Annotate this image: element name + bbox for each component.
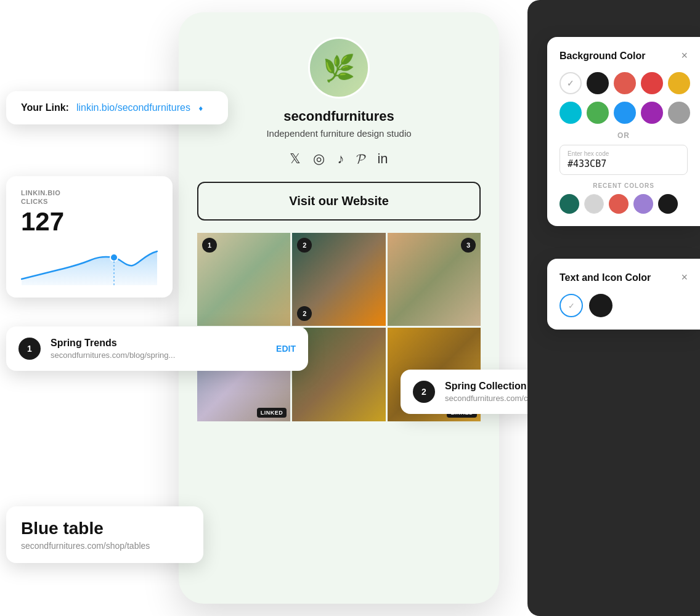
twitter-icon[interactable]: 𝕏	[290, 151, 301, 167]
text-icon-panel-header: Text and Icon Color ×	[560, 271, 688, 284]
profile-name: secondfurnitures	[283, 108, 394, 124]
color-swatch-cyan[interactable]	[560, 102, 582, 124]
pinterest-icon[interactable]: 𝓟	[356, 151, 365, 167]
color-swatch-black[interactable]	[587, 72, 609, 94]
profile-bio: Independent furniture design studio	[266, 128, 411, 139]
text-icon-panel-close[interactable]: ×	[681, 271, 688, 284]
blue-table-url: secondfurnitures.com/shop/tables	[21, 541, 189, 551]
blue-table-title: Blue table	[21, 519, 189, 538]
spring-trends-card: 1 Spring Trends secondfurnitures.com/blo…	[6, 326, 308, 371]
linkedin-icon[interactable]: in	[377, 151, 388, 167]
color-swatch-gray[interactable]	[668, 102, 690, 124]
hex-value: #433CB7	[568, 158, 680, 169]
social-icons: 𝕏 ◎ ♪ 𝓟 in	[290, 151, 388, 167]
text-color-black[interactable]	[589, 294, 612, 317]
your-link-label: Your Link:	[21, 102, 69, 113]
text-color-white[interactable]: ✓	[560, 294, 583, 317]
text-icon-swatches: ✓	[560, 294, 688, 317]
recent-color-1[interactable]	[560, 194, 579, 214]
card-url-spring-trends: secondfurnitures.com/blog/spring...	[51, 351, 175, 360]
color-swatch-coral[interactable]	[614, 72, 636, 94]
item-number-2: 2	[413, 381, 435, 403]
hex-label: Enter hex code	[568, 150, 680, 157]
chart-svg	[21, 242, 158, 285]
card-left: 1 Spring Trends secondfurnitures.com/blo…	[18, 338, 175, 360]
blue-table-card: Blue table secondfurnitures.com/shop/tab…	[6, 506, 203, 563]
analytics-label: LINKIN.BIO CLICKS	[21, 188, 158, 206]
color-swatch-yellow[interactable]	[668, 72, 690, 94]
grid-item-2[interactable]: 2 2	[292, 233, 385, 326]
svg-point-0	[110, 254, 118, 261]
color-swatch-green[interactable]	[587, 102, 609, 124]
bg-panel-title: Background Color	[560, 51, 646, 62]
grid-number-1: 1	[202, 238, 217, 253]
image-grid-row1: 1 2 2 3	[197, 233, 481, 326]
text-icon-panel-title: Text and Icon Color	[560, 272, 651, 283]
or-divider: OR	[560, 131, 688, 140]
hex-input-container[interactable]: Enter hex code #433CB7	[560, 145, 688, 175]
recent-colors	[560, 194, 688, 214]
recent-label: RECENT COLORS	[560, 182, 688, 189]
color-swatch-red[interactable]	[641, 72, 663, 94]
card-title-spring-trends: Spring Trends	[51, 338, 175, 349]
grid-item-1[interactable]: 1	[197, 233, 290, 326]
grid-item-3[interactable]: 3	[388, 233, 481, 326]
analytics-card: LINKIN.BIO CLICKS 127	[6, 176, 173, 298]
linked-badge-4: LINKED	[257, 408, 287, 418]
your-link-url[interactable]: linkin.bio/secondfurnitures	[76, 102, 190, 113]
item-number-1: 1	[18, 338, 41, 360]
your-link-card: Your Link: linkin.bio/secondfurnitures ⬧	[6, 91, 228, 124]
bg-panel-header: Background Color ×	[560, 49, 688, 62]
visit-button[interactable]: Visit our Website	[197, 182, 481, 221]
tiktok-icon[interactable]: ♪	[337, 151, 344, 167]
bg-panel-close[interactable]: ×	[681, 49, 688, 62]
card-info: Spring Trends secondfurnitures.com/blog/…	[51, 338, 175, 360]
grid-number-3: 3	[461, 238, 476, 253]
recent-color-3[interactable]	[609, 194, 629, 214]
external-link-icon[interactable]: ⬧	[198, 102, 204, 113]
bg-color-grid-row2	[560, 102, 688, 124]
edit-spring-trends[interactable]: EDIT	[276, 344, 296, 354]
analytics-number: 127	[21, 209, 158, 235]
color-swatch-purple[interactable]	[641, 102, 663, 124]
instagram-icon[interactable]: ◎	[313, 151, 325, 167]
recent-color-5[interactable]	[658, 194, 678, 214]
color-swatch-blue[interactable]	[614, 102, 636, 124]
bg-color-grid-row1: ✓	[560, 72, 688, 94]
recent-color-4[interactable]	[633, 194, 653, 214]
analytics-chart	[21, 242, 158, 285]
avatar: 🌿	[308, 37, 370, 99]
background-color-panel: Background Color × ✓ OR Enter hex code #…	[547, 37, 700, 226]
recent-color-2[interactable]	[584, 194, 604, 214]
color-swatch-white[interactable]: ✓	[560, 72, 582, 94]
text-icon-color-panel: Text and Icon Color × ✓	[547, 259, 700, 330]
